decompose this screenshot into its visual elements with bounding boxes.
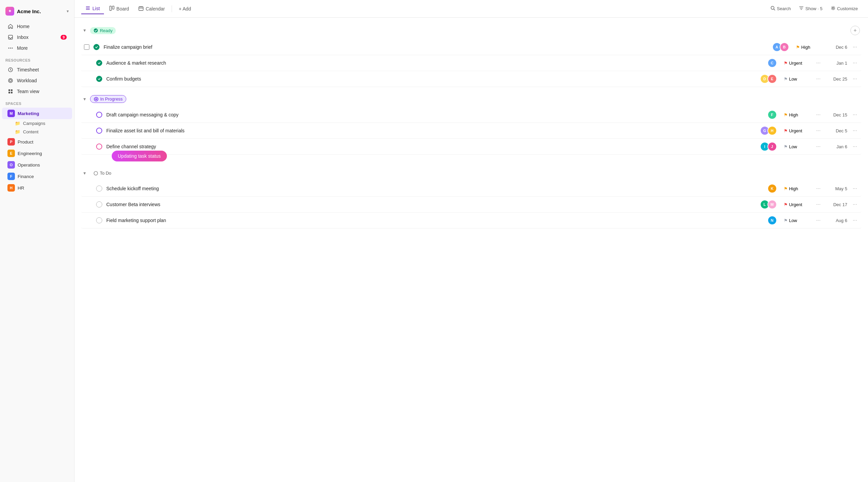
- task-status-t4[interactable]: [96, 112, 102, 118]
- avatar: H: [767, 126, 777, 135]
- sidebar-item-engineering[interactable]: E Engineering: [2, 148, 72, 159]
- search-button[interactable]: Search: [767, 4, 794, 13]
- priority-label-t1: High: [801, 45, 810, 50]
- sidebar-item-inbox[interactable]: Inbox 9: [2, 32, 72, 43]
- task-priority-t4: ⚑ High: [784, 112, 811, 117]
- task-date-t3: Dec 25: [827, 76, 847, 82]
- task-status-t7[interactable]: [96, 185, 102, 192]
- table-row: Field marketing support plan N ⚑ Low ···…: [81, 213, 861, 228]
- sidebar-item-campaigns[interactable]: 📁 Campaigns: [2, 119, 72, 128]
- task-name-t6: Define channel strategy: [106, 144, 756, 149]
- tab-board[interactable]: Board: [105, 4, 133, 14]
- tab-calendar-label: Calendar: [146, 6, 165, 12]
- priority-flag-icon: ⚑: [796, 45, 800, 50]
- campaigns-label: Campaigns: [23, 121, 45, 126]
- task-priority-t2: ⚑ Urgent: [784, 61, 811, 66]
- add-button[interactable]: + Add: [175, 4, 195, 14]
- sidebar-item-finance[interactable]: F Finance: [2, 171, 72, 182]
- tab-calendar[interactable]: Calendar: [134, 4, 169, 14]
- task-status-t8[interactable]: [96, 201, 102, 207]
- workload-label: Workload: [17, 78, 37, 83]
- task-status-t5[interactable]: [96, 128, 102, 134]
- svg-point-29: [94, 171, 97, 175]
- sidebar-item-teamview[interactable]: Team view: [2, 86, 72, 97]
- svg-rect-15: [112, 6, 114, 9]
- task-row-wrapper-t8: Customer Beta interviews L M ⚑ Urgent ··…: [81, 197, 861, 213]
- avatar: N: [767, 216, 777, 225]
- task-more-t3[interactable]: ···: [851, 76, 859, 82]
- add-label: + Add: [179, 6, 191, 12]
- home-icon: [7, 23, 14, 29]
- home-label: Home: [17, 24, 29, 29]
- engineering-avatar: E: [7, 150, 15, 157]
- task-more-t8[interactable]: ···: [851, 201, 859, 207]
- inprogress-chevron-icon: ▼: [83, 97, 87, 102]
- task-dots-t7[interactable]: ···: [815, 185, 823, 192]
- finance-label: Finance: [18, 174, 34, 179]
- ready-add-button[interactable]: +: [850, 26, 860, 35]
- todo-label: To Do: [100, 171, 111, 176]
- task-date-t6: Jan 6: [827, 144, 847, 149]
- avatar: J: [767, 142, 777, 151]
- ready-label: Ready: [100, 28, 113, 33]
- task-dots-t3[interactable]: ···: [815, 76, 823, 82]
- task-dots-t9[interactable]: ···: [815, 217, 823, 223]
- task-dots-t8[interactable]: ···: [815, 201, 823, 207]
- task-dots-t2[interactable]: ···: [815, 60, 823, 66]
- sidebar-item-hr[interactable]: H HR: [2, 182, 72, 194]
- more-label: More: [17, 45, 28, 51]
- ready-badge: Ready: [90, 27, 116, 34]
- priority-flag-icon: ⚑: [784, 76, 788, 82]
- svg-point-2: [10, 48, 11, 49]
- engineering-label: Engineering: [18, 151, 42, 156]
- sidebar-item-product[interactable]: P Product: [2, 136, 72, 148]
- task-more-t1[interactable]: ···: [851, 44, 859, 50]
- task-status-t3[interactable]: [96, 76, 102, 82]
- group-header-ready[interactable]: ▼ Ready +: [81, 23, 861, 38]
- task-status-t1[interactable]: [93, 44, 100, 50]
- customize-button[interactable]: Customize: [827, 4, 861, 13]
- show-label: Show · 5: [805, 6, 823, 11]
- task-row-wrapper-t6: Define channel strategy I J ⚑ Low ··· Ja…: [81, 139, 861, 155]
- teamview-icon: [7, 88, 14, 94]
- hr-avatar: H: [7, 184, 15, 192]
- task-row-wrapper-t4: Draft campaign messaging & copy F ⚑ High…: [81, 107, 861, 123]
- task-checkbox-t1[interactable]: [84, 44, 89, 50]
- task-status-t6[interactable]: [96, 144, 102, 150]
- task-dots-t4[interactable]: ···: [815, 112, 823, 118]
- sidebar-item-more[interactable]: More: [2, 43, 72, 53]
- product-label: Product: [18, 139, 34, 145]
- task-date-t1: Dec 6: [827, 45, 847, 50]
- sidebar-item-home[interactable]: Home: [2, 21, 72, 32]
- task-more-t6[interactable]: ···: [851, 144, 859, 150]
- priority-label-t2: Urgent: [789, 61, 802, 66]
- sidebar-item-operations[interactable]: O Operations: [2, 159, 72, 171]
- task-name-t3: Confirm budgets: [106, 76, 756, 82]
- brand[interactable]: ✦ Acme Inc. ▾: [0, 4, 74, 21]
- svg-rect-16: [139, 7, 143, 10]
- gear-icon: [831, 6, 836, 12]
- sidebar-item-marketing[interactable]: M Marketing: [2, 108, 72, 119]
- sidebar-item-timesheet[interactable]: Timesheet: [2, 64, 72, 75]
- task-avatars-t1: A B: [772, 42, 789, 52]
- task-more-t9[interactable]: ···: [851, 217, 859, 223]
- task-more-t7[interactable]: ···: [851, 185, 859, 192]
- group-header-todo[interactable]: ▼ To Do: [81, 167, 861, 179]
- priority-flag-icon: ⚑: [784, 202, 788, 207]
- task-more-t2[interactable]: ···: [851, 60, 859, 66]
- tab-list[interactable]: List: [81, 3, 104, 14]
- show-button[interactable]: Show · 5: [796, 4, 826, 13]
- task-dots-t6[interactable]: ···: [815, 144, 823, 150]
- task-more-t5[interactable]: ···: [851, 128, 859, 134]
- sidebar-item-workload[interactable]: Workload: [2, 75, 72, 86]
- task-dots-t5[interactable]: ···: [815, 128, 823, 134]
- sidebar-item-content[interactable]: 📁 Content: [2, 128, 72, 136]
- task-more-t4[interactable]: ···: [851, 112, 859, 118]
- customize-label: Customize: [837, 6, 858, 11]
- task-priority-t8: ⚑ Urgent: [784, 202, 811, 207]
- task-status-t9[interactable]: [96, 217, 102, 223]
- task-status-t2[interactable]: [96, 60, 102, 66]
- task-priority-t1: ⚑ High: [796, 45, 823, 50]
- group-header-inprogress[interactable]: ▼ In Progress: [81, 92, 861, 106]
- table-row: Finalize campaign brief A B ⚑ High Dec 6…: [81, 39, 861, 55]
